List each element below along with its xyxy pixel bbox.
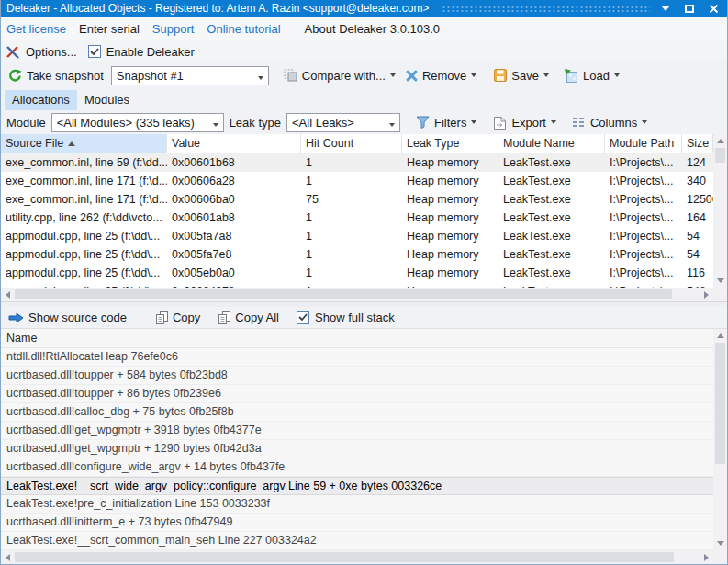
scrollbar-thumb[interactable] — [715, 148, 725, 163]
scroll-left-icon[interactable] — [1, 550, 15, 564]
column-header-module-name[interactable]: Module Name — [498, 134, 605, 153]
stack-frame[interactable]: ucrtbased.dll!calloc_dbg + 75 bytes 0fb2… — [1, 403, 713, 422]
deleaker-window: Deleaker - Allocated Objects - Registere… — [0, 0, 728, 565]
menu-online-tutorial[interactable]: Online tutorial — [207, 22, 280, 36]
table-row[interactable]: utility.cpp, line 262 (f:\dd\vcto... 0x0… — [1, 209, 713, 227]
save-dropdown-icon — [543, 73, 549, 77]
call-stack-panel: Name ntdll.dll!RtlAllocateHeap 76efe0c6 … — [1, 329, 727, 564]
scroll-up-icon[interactable] — [713, 329, 727, 343]
stack-horizontal-scrollbar[interactable] — [1, 550, 713, 564]
close-icon[interactable] — [707, 2, 720, 15]
snapshot-toolbar: Take snapshot Snapshot #1 Compare with..… — [1, 62, 727, 88]
cell-hit-count: 75 — [301, 193, 402, 206]
module-combobox[interactable]: <All Modules> (335 leaks) — [51, 113, 224, 132]
stack-frame[interactable]: ucrtbased.dll!get_wpgmptr + 3918 bytes 0… — [1, 422, 713, 440]
table-row[interactable]: exe_common.inl, line 59 (f:\dd... 0x0060… — [1, 153, 713, 172]
arrow-right-icon — [8, 312, 24, 323]
stack-frame[interactable]: ucrtbased.dll!configure_wide_argv + 14 b… — [1, 458, 713, 477]
table-row[interactable]: appmodul.cpp, line 25 (f:\dd\... 0x00624… — [1, 282, 713, 288]
titlebar-grip[interactable] — [442, 5, 650, 12]
scroll-right-icon[interactable] — [700, 288, 713, 301]
cell-size: 54 — [682, 230, 713, 243]
cell-hit-count: 1 — [301, 175, 402, 187]
enable-deleaker-checkbox[interactable] — [88, 45, 101, 58]
column-header-leak-type[interactable]: Leak Type — [402, 134, 498, 153]
table-horizontal-scrollbar[interactable] — [1, 288, 713, 301]
menu-get-license[interactable]: Get license — [6, 22, 66, 36]
scrollbar-thumb[interactable] — [715, 343, 725, 464]
options-button[interactable]: Options... — [26, 45, 77, 59]
column-header-value[interactable]: Value — [167, 134, 301, 153]
scroll-down-icon[interactable] — [713, 537, 727, 550]
remove-button[interactable]: Remove — [403, 67, 479, 85]
export-button[interactable]: Export — [490, 114, 559, 131]
tab-allocations[interactable]: Allocations — [5, 90, 77, 110]
maximize-icon[interactable] — [683, 2, 696, 15]
cell-source-file: exe_common.inl, line 59 (f:\dd... — [1, 156, 167, 169]
cell-module-path: I:\Projects\... — [605, 156, 682, 169]
scroll-left-icon[interactable] — [1, 288, 15, 301]
column-header-source-file[interactable]: Source File — [1, 134, 167, 153]
column-header-size[interactable]: Size — [682, 134, 713, 153]
scroll-up-icon[interactable] — [713, 134, 727, 148]
leak-type-combobox[interactable]: <All Leaks> — [286, 113, 400, 132]
stack-toolbar: Show source code Copy Copy All Show full… — [1, 307, 727, 329]
allocations-table: Source File Value Hit Count Leak Type Mo… — [1, 134, 727, 301]
stack-frame[interactable]: ucrtbased.dll!initterm_e + 73 bytes 0fb4… — [1, 514, 713, 532]
funnel-icon — [416, 116, 430, 129]
stack-frame-selected[interactable]: LeakTest.exe!__scrt_wide_argv_policy::co… — [1, 477, 713, 495]
cell-module-name: LeakTest.exe — [498, 175, 605, 187]
take-snapshot-button[interactable]: Take snapshot — [6, 67, 106, 85]
cell-leak-type: Heap memory — [402, 156, 498, 169]
menu-about[interactable]: About Deleaker 3.0.103.0 — [305, 22, 440, 36]
table-row[interactable]: exe_common.inl, line 171 (f:\d... 0x0060… — [1, 190, 713, 209]
cell-module-name: LeakTest.exe — [498, 285, 605, 288]
cell-value: 0x00601ab8 — [167, 211, 301, 224]
scrollbar-thumb[interactable] — [15, 552, 674, 562]
remove-x-icon — [406, 70, 418, 82]
show-full-stack-checkbox[interactable] — [297, 311, 309, 324]
cell-leak-type: Heap memory — [402, 193, 498, 206]
stack-frame[interactable]: LeakTest.exe!__scrt_common_main_seh Line… — [1, 532, 713, 550]
stack-frame[interactable]: ntdll.dll!RtlAllocateHeap 76efe0c6 — [1, 348, 713, 367]
cell-size: 116 — [682, 266, 713, 279]
cell-hit-count: 1 — [301, 248, 402, 261]
compare-with-button[interactable]: Compare with... — [281, 67, 398, 85]
scroll-right-icon[interactable] — [700, 550, 713, 564]
filters-button[interactable]: Filters — [413, 114, 479, 131]
stack-frame[interactable]: ucrtbased.dll!toupper + 584 bytes 0fb23b… — [1, 367, 713, 385]
save-button[interactable]: Save — [491, 67, 552, 85]
stack-frame[interactable]: LeakTest.exe!pre_c_initialization Line 1… — [1, 495, 713, 514]
scroll-down-icon[interactable] — [713, 274, 727, 288]
copy-button[interactable]: Copy — [153, 309, 203, 326]
window-menu-icon[interactable] — [659, 2, 672, 15]
stack-column-header-name[interactable]: Name — [1, 329, 713, 348]
menu-enter-serial[interactable]: Enter serial — [79, 22, 140, 36]
cell-value: 0x005fa7a8 — [167, 230, 301, 243]
show-full-stack-label: Show full stack — [315, 311, 395, 324]
cell-source-file: appmodul.cpp, line 25 (f:\dd\... — [1, 285, 167, 288]
stack-frame[interactable]: ucrtbased.dll!toupper + 86 bytes 0fb239e… — [1, 385, 713, 403]
show-source-code-button[interactable]: Show source code — [6, 309, 129, 326]
cell-source-file: appmodul.cpp, line 25 (f:\dd\... — [1, 248, 167, 261]
tabs: Allocations Modules — [1, 88, 727, 110]
table-row[interactable]: exe_common.inl, line 171 (f:\d... 0x0060… — [1, 172, 713, 190]
load-button[interactable]: Load — [562, 67, 622, 85]
column-header-hit-count[interactable]: Hit Count — [301, 134, 402, 153]
snapshot-combobox[interactable]: Snapshot #1 — [111, 66, 269, 85]
menu-support[interactable]: Support — [152, 22, 195, 36]
column-header-module-path[interactable]: Module Path — [605, 134, 682, 153]
table-vertical-scrollbar[interactable] — [713, 134, 727, 288]
stack-vertical-scrollbar[interactable] — [713, 329, 727, 550]
cell-module-name: LeakTest.exe — [498, 211, 605, 224]
tab-modules[interactable]: Modules — [77, 90, 137, 110]
table-row[interactable]: appmodul.cpp, line 25 (f:\dd\... 0x005eb… — [1, 264, 713, 282]
columns-button[interactable]: Columns — [570, 114, 650, 131]
cell-module-path: I:\Projects\... — [605, 285, 682, 288]
table-row[interactable]: appmodul.cpp, line 25 (f:\dd\... 0x005fa… — [1, 245, 713, 264]
table-row[interactable]: appmodul.cpp, line 25 (f:\dd\... 0x005fa… — [1, 227, 713, 245]
cell-leak-type: Heap memory — [402, 211, 498, 224]
scrollbar-thumb[interactable] — [15, 289, 672, 299]
copy-all-button[interactable]: Copy All — [216, 309, 282, 326]
stack-frame[interactable]: ucrtbased.dll!get_wpgmptr + 1290 bytes 0… — [1, 440, 713, 458]
